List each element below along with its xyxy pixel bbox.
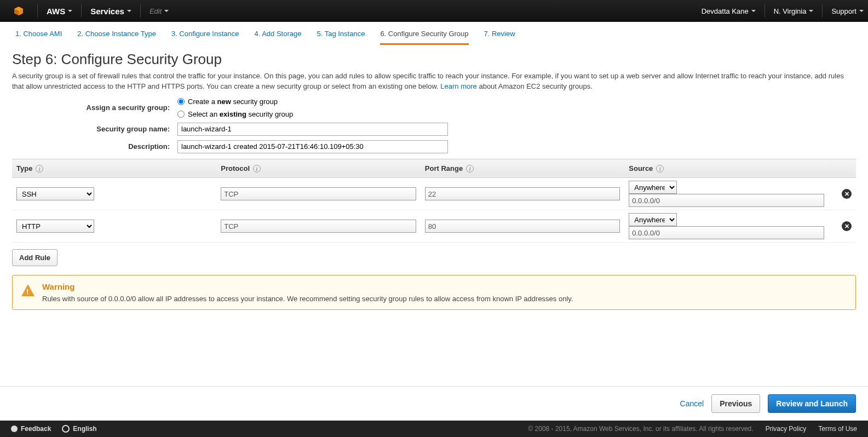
region-menu[interactable]: N. Virginia — [769, 0, 818, 22]
step-configure-instance[interactable]: 3. Configure Instance — [171, 30, 239, 45]
info-icon[interactable]: i — [253, 165, 261, 173]
rules-table: Typei Protocoli Port Rangei Sourcei SSH … — [12, 159, 856, 243]
rule-type-select[interactable]: HTTP — [16, 220, 94, 233]
th-port: Port Rangei — [421, 159, 624, 178]
rule-port — [425, 220, 620, 233]
rule-port — [425, 187, 620, 200]
rule-source-select[interactable]: Anywhere — [629, 213, 677, 226]
rule-source-ip — [629, 226, 824, 239]
step-choose-ami[interactable]: 1. Choose AMI — [15, 30, 62, 45]
create-new-radio[interactable]: Create a new security group — [177, 97, 293, 106]
bottom-bar: Feedback English © 2008 - 2015, Amazon W… — [0, 421, 868, 437]
services-menu[interactable]: Services — [86, 0, 136, 22]
learn-more-link[interactable]: Learn more — [440, 82, 476, 90]
footer-nav: Cancel Previous Review and Launch — [0, 386, 868, 421]
rule-source-ip — [629, 194, 824, 207]
cancel-link[interactable]: Cancel — [680, 399, 704, 408]
copyright-text: © 2008 - 2015, Amazon Web Services, Inc.… — [528, 425, 753, 433]
caret-down-icon — [164, 10, 169, 12]
table-row: SSH Anywhere ✕ — [12, 178, 856, 210]
caret-down-icon — [68, 10, 72, 12]
step-add-storage[interactable]: 4. Add Storage — [254, 30, 301, 45]
warning-text: Rules with source of 0.0.0.0/0 allow all… — [42, 295, 573, 303]
sg-desc-label: Description: — [12, 142, 177, 151]
rule-protocol — [221, 220, 416, 233]
warning-icon — [21, 284, 35, 296]
caret-down-icon — [751, 10, 756, 12]
separator — [37, 4, 38, 18]
wizard-steps: 1. Choose AMI 2. Choose Instance Type 3.… — [0, 22, 868, 45]
rule-type-select[interactable]: SSH — [16, 187, 94, 200]
delete-rule-icon[interactable]: ✕ — [842, 189, 852, 199]
feedback-link[interactable]: Feedback — [11, 425, 51, 433]
step-tag-instance[interactable]: 5. Tag Instance — [317, 30, 365, 45]
table-row: HTTP Anywhere ✕ — [12, 210, 856, 243]
assign-label: Assign a security group: — [12, 104, 177, 112]
terms-link[interactable]: Terms of Use — [818, 425, 857, 433]
select-existing-radio[interactable]: Select an existing security group — [177, 110, 293, 118]
page-description: A security group is a set of firewall ru… — [12, 71, 856, 92]
info-icon[interactable]: i — [36, 165, 43, 173]
rule-source-select[interactable]: Anywhere — [629, 181, 677, 194]
step-instance-type[interactable]: 2. Choose Instance Type — [77, 30, 156, 45]
globe-icon — [62, 425, 70, 433]
separator — [81, 4, 82, 18]
info-icon[interactable]: i — [656, 165, 664, 173]
page-title: Step 6: Configure Security Group — [12, 51, 856, 68]
review-launch-button[interactable]: Review and Launch — [768, 394, 856, 413]
aws-menu[interactable]: AWS — [42, 0, 77, 22]
previous-button[interactable]: Previous — [711, 394, 760, 413]
main-content: Step 6: Configure Security Group A secur… — [0, 45, 868, 386]
select-existing-radio-input[interactable] — [177, 111, 185, 118]
caret-down-icon — [127, 10, 131, 12]
separator — [822, 4, 823, 18]
warning-title: Warning — [42, 282, 573, 291]
user-menu[interactable]: Devdatta Kane — [697, 0, 760, 22]
caret-down-icon — [859, 10, 864, 12]
th-protocol: Protocoli — [216, 159, 421, 178]
th-source: Sourcei — [624, 159, 829, 178]
delete-rule-icon[interactable]: ✕ — [842, 221, 852, 231]
sg-desc-input[interactable] — [177, 140, 448, 153]
sg-name-input[interactable] — [177, 123, 448, 136]
th-type: Typei — [12, 159, 216, 178]
rule-protocol — [221, 187, 416, 200]
support-menu[interactable]: Support — [827, 0, 868, 22]
language-link[interactable]: English — [62, 425, 96, 433]
privacy-link[interactable]: Privacy Policy — [766, 425, 807, 433]
separator — [140, 4, 141, 18]
edit-menu[interactable]: Edit — [145, 0, 173, 22]
caret-down-icon — [809, 10, 813, 12]
create-new-radio-input[interactable] — [177, 98, 185, 105]
step-security-group[interactable]: 6. Configure Security Group — [380, 30, 468, 45]
info-icon[interactable]: i — [466, 165, 474, 173]
warning-box: Warning Rules with source of 0.0.0.0/0 a… — [12, 275, 856, 310]
add-rule-button[interactable]: Add Rule — [12, 249, 58, 266]
separator — [764, 4, 765, 18]
sg-name-label: Security group name: — [12, 125, 177, 133]
step-review[interactable]: 7. Review — [484, 30, 515, 45]
top-nav: AWS Services Edit Devdatta Kane N. Virgi… — [0, 0, 868, 22]
aws-logo-icon[interactable] — [12, 4, 25, 18]
feedback-icon — [11, 426, 18, 432]
